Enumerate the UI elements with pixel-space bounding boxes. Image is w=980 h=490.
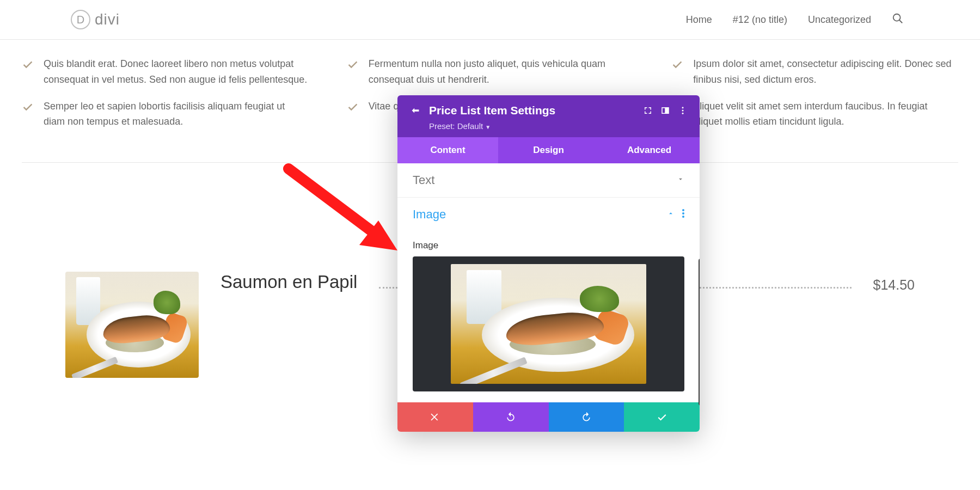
undo-button[interactable] (473, 402, 549, 432)
settings-modal: Price List Item Settings Preset: Default… (397, 95, 700, 432)
svg-point-4 (682, 113, 684, 114)
more-icon[interactable] (678, 106, 688, 115)
modal-title: Price List Item Settings (429, 104, 635, 117)
dish-illustration (65, 272, 199, 378)
tab-content[interactable]: Content (397, 137, 498, 163)
blurb-text: Fermentum nulla non justo aliquet, quis … (369, 56, 634, 88)
modal-scrollbar[interactable] (699, 259, 700, 406)
price-item-title: Saumon en Papil (220, 272, 357, 292)
blurb-text: Quis blandit erat. Donec laoreet libero … (44, 56, 309, 88)
modal-footer (397, 402, 700, 432)
preset-selector[interactable]: Preset: Default▼ (429, 121, 688, 131)
blurb-item: Semper leo et sapien lobortis facilisis … (22, 99, 309, 130)
blurb-text: Ipsum dolor sit amet, consectetur adipis… (693, 56, 958, 88)
modal-tabs: Content Design Advanced (397, 137, 700, 163)
svg-point-3 (682, 110, 684, 112)
cancel-button[interactable] (397, 402, 473, 432)
preset-label: Preset: Default (429, 121, 483, 131)
snap-icon[interactable] (660, 106, 670, 115)
accordion-image[interactable]: Image (397, 198, 700, 231)
modal-header[interactable]: Price List Item Settings Preset: Default… (397, 95, 700, 137)
nav-home[interactable]: Home (686, 14, 712, 26)
blurb-item: Quis blandit erat. Donec laoreet libero … (22, 56, 309, 88)
dish-illustration (451, 264, 646, 384)
svg-line-1 (899, 20, 903, 23)
expand-icon[interactable] (643, 106, 653, 115)
nav-page-12[interactable]: #12 (no title) (733, 14, 787, 26)
blurb-text: Semper leo et sapien lobortis facilisis … (44, 99, 309, 130)
check-icon (671, 56, 683, 88)
caret-down-icon: ▼ (485, 124, 491, 130)
modal-body: Text Image Image (397, 163, 700, 391)
accordion-image-title: Image (413, 207, 446, 222)
logo-mark-icon: D (71, 10, 90, 29)
svg-point-0 (893, 14, 901, 21)
save-button[interactable] (624, 402, 700, 432)
accordion-text[interactable]: Text (397, 163, 700, 197)
svg-point-5 (682, 209, 684, 211)
blurb-text: Aliquet velit sit amet sem interdum fauc… (693, 99, 958, 130)
section-options-icon[interactable] (682, 209, 684, 220)
back-icon[interactable] (409, 106, 421, 115)
brand-logo[interactable]: D divi (71, 10, 120, 29)
tab-advanced[interactable]: Advanced (599, 137, 700, 163)
tab-design[interactable]: Design (498, 137, 599, 163)
check-icon (22, 56, 34, 88)
blurb-item: Fermentum nulla non justo aliquet, quis … (347, 56, 634, 88)
image-upload-well[interactable] (413, 256, 684, 391)
image-field-label: Image (397, 231, 700, 256)
search-icon[interactable] (892, 13, 904, 27)
svg-point-6 (682, 212, 684, 215)
price-item-price: $14.50 (873, 277, 915, 293)
check-icon (347, 56, 359, 88)
blurb-item: Aliquet velit sit amet sem interdum fauc… (671, 99, 958, 130)
svg-point-7 (682, 216, 684, 218)
chevron-up-icon (667, 210, 675, 219)
nav-uncategorized[interactable]: Uncategorized (808, 14, 871, 26)
accordion-text-title: Text (413, 173, 434, 187)
check-icon (347, 99, 359, 115)
main-nav: Home #12 (no title) Uncategorized (686, 13, 904, 27)
svg-point-2 (682, 107, 684, 108)
chevron-down-icon (677, 175, 684, 185)
blurb-item: Ipsum dolor sit amet, consectetur adipis… (671, 56, 958, 88)
price-item-image[interactable] (65, 272, 199, 378)
site-header: D divi Home #12 (no title) Uncategorized (0, 0, 980, 40)
redo-button[interactable] (549, 402, 624, 432)
brand-name: divi (95, 11, 120, 28)
check-icon (22, 99, 34, 130)
